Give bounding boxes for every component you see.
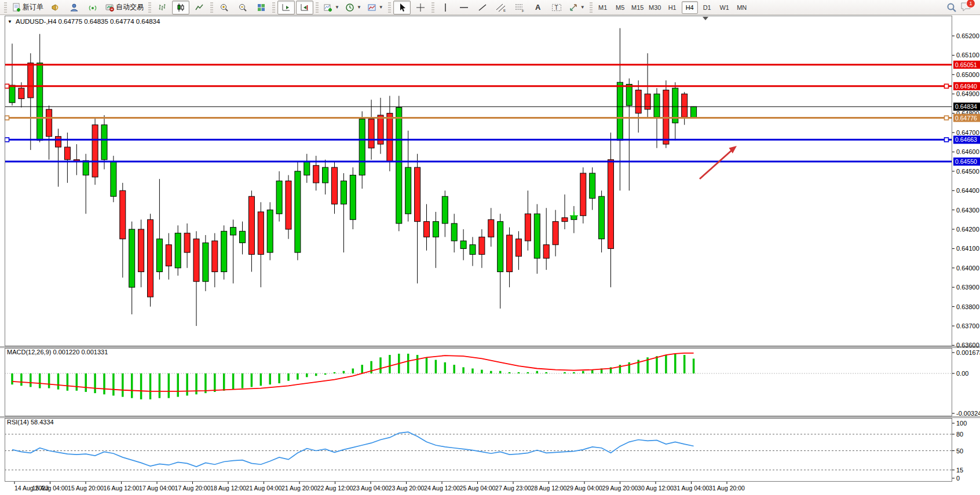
bull-candle <box>626 85 632 106</box>
line-handle[interactable] <box>5 116 9 120</box>
bull-candle <box>433 222 438 237</box>
auto-trading-button[interactable]: 自动交易 <box>103 1 146 14</box>
new-order-button[interactable]: 新订单 <box>9 1 46 14</box>
line-handle[interactable] <box>5 138 9 142</box>
bull-candle <box>341 181 346 204</box>
bull-candle <box>654 94 660 117</box>
horn-icon <box>51 3 60 12</box>
svg-text:F: F <box>522 9 524 12</box>
timeframe-m15-button[interactable]: M15 <box>630 1 646 14</box>
crosshair-tool-button[interactable] <box>412 1 429 14</box>
bull-candle <box>9 85 15 102</box>
horizontal-line-tool-button[interactable] <box>455 1 473 14</box>
timeframe-m1-button[interactable]: M1 <box>595 1 611 14</box>
person-icon <box>70 3 79 12</box>
rsi-tick-label: 15 <box>956 467 963 474</box>
bull-candle <box>359 119 365 175</box>
bear-candle <box>212 241 218 272</box>
auto-scroll-button[interactable] <box>277 1 295 14</box>
tile-windows-button[interactable] <box>253 1 270 14</box>
chart-canvas[interactable]: 0.652000.651000.650000.649000.648000.647… <box>0 15 980 495</box>
bull-candle <box>276 181 282 214</box>
timeframe-w1-button[interactable]: W1 <box>716 1 733 14</box>
toolbar-grip <box>272 2 275 13</box>
bear-candle <box>387 113 393 162</box>
bull-candle <box>691 107 697 118</box>
time-tick-label: 27 Aug 23:00 <box>495 485 531 492</box>
fibonacci-tool-button[interactable]: F <box>511 1 528 14</box>
accounts-button[interactable] <box>65 1 83 14</box>
price-tick-label: 0.65100 <box>956 52 979 58</box>
timeframe-h4-button[interactable]: H4 <box>682 1 698 14</box>
template-icon <box>367 3 376 12</box>
timeframe-h1-button[interactable]: H1 <box>664 1 681 14</box>
bear-candle <box>424 222 430 237</box>
bear-candle <box>479 237 485 254</box>
bear-candle <box>193 239 199 281</box>
arrows-tool-button[interactable]: ▼ <box>566 1 587 14</box>
add-indicator-button[interactable]: ▼ <box>321 1 342 14</box>
bear-candle <box>258 212 264 254</box>
line-handle[interactable] <box>5 84 9 88</box>
candlestick-mode-button[interactable] <box>172 1 189 14</box>
price-tick-label: 0.64700 <box>956 129 979 136</box>
toolbar-grip <box>590 2 593 13</box>
bull-candle <box>129 229 135 287</box>
text-tool-button[interactable]: A <box>529 1 547 14</box>
chevron-down-icon: ▼ <box>335 5 339 10</box>
price-tick-label: 0.63800 <box>956 303 979 310</box>
chart-shift-button[interactable] <box>296 1 313 14</box>
fibonacci-icon: F <box>514 3 525 12</box>
zoom-out-button[interactable] <box>234 1 251 14</box>
auto-trading-label: 自动交易 <box>116 2 144 12</box>
price-tick-label: 0.63700 <box>956 322 979 329</box>
cursor-icon <box>398 3 406 12</box>
bear-candle <box>543 245 549 258</box>
price-tick-label: 0.64200 <box>956 226 979 233</box>
channel-tool-button[interactable]: E <box>492 1 510 14</box>
price-tag-0.64940: 0.64940 <box>953 82 980 90</box>
bear-candle <box>184 233 190 252</box>
bear-candle <box>608 160 614 249</box>
cursor-tool-button[interactable] <box>393 1 411 14</box>
bear-candle <box>166 245 171 266</box>
period-button[interactable]: ▼ <box>343 1 364 14</box>
bar-chart-mode-button[interactable] <box>153 1 171 14</box>
signals-button[interactable] <box>84 1 101 14</box>
price-tag-label: 0.64550 <box>955 158 977 165</box>
timeframe-d1-button[interactable]: D1 <box>699 1 715 14</box>
time-tick-label: 25 Aug 04:00 <box>460 485 496 492</box>
notifications-button[interactable]: 1 <box>960 1 972 14</box>
trendline-tool-button[interactable] <box>474 1 491 14</box>
bull-candle <box>111 162 116 196</box>
line-handle[interactable] <box>945 138 949 142</box>
price-tag-0.64834: 0.64834 <box>953 102 980 111</box>
search-icon[interactable] <box>946 2 957 13</box>
line-handle[interactable] <box>945 116 949 120</box>
market-watch-button[interactable] <box>47 1 64 14</box>
time-tick-label: 21 Aug 04:00 <box>246 485 282 492</box>
time-tick-label: 17 Aug 04:00 <box>139 485 175 492</box>
price-tag-label: 0.64663 <box>955 136 977 143</box>
bear-candle <box>415 167 420 222</box>
line-chart-mode-button[interactable] <box>191 1 208 14</box>
time-tick-label: 17 Aug 20:00 <box>175 485 211 492</box>
bull-candle <box>534 214 540 258</box>
toolbar-grip <box>4 2 7 13</box>
vertical-line-tool-button[interactable] <box>437 1 454 14</box>
timeframe-m5-button[interactable]: M5 <box>612 1 628 14</box>
zoom-in-button[interactable] <box>215 1 233 14</box>
rsi-label: RSI(14) 58.4334 <box>7 419 54 426</box>
bull-candle <box>599 196 605 239</box>
price-tick-label: 0.64900 <box>956 90 979 97</box>
price-tick-label: 0.64300 <box>956 207 979 214</box>
timeframe-m30-button[interactable]: M30 <box>647 1 663 14</box>
bull-candle <box>442 196 448 223</box>
line-handle[interactable] <box>945 84 949 88</box>
bull-candle <box>175 233 181 268</box>
timeframe-mn-button[interactable]: MN <box>734 1 750 14</box>
bull-candle <box>304 162 310 175</box>
bear-candle <box>516 239 522 256</box>
label-tool-button[interactable]: T <box>548 1 565 14</box>
template-button[interactable]: ▼ <box>365 1 386 14</box>
